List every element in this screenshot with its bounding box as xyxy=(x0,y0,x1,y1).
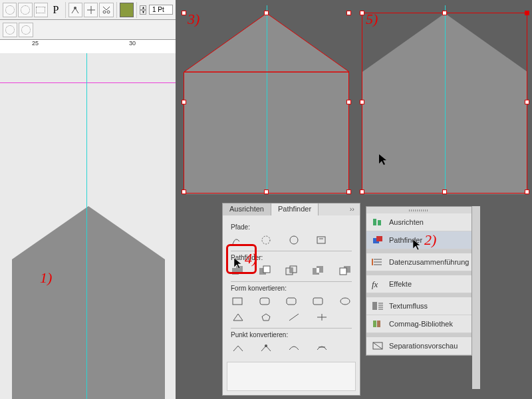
shape-line-icon[interactable] xyxy=(287,311,301,323)
selection-handle[interactable] xyxy=(525,11,529,15)
fill-color-swatch[interactable] xyxy=(120,3,134,17)
menu-item-effekte[interactable]: fx Effekte xyxy=(366,275,471,293)
tool-paragraph-icon[interactable]: P xyxy=(49,3,62,17)
text-wrap-icon xyxy=(372,301,384,311)
selection-handle[interactable] xyxy=(525,100,529,104)
spinner-icon[interactable]: ▴▾ xyxy=(140,5,146,15)
stroke-weight-value[interactable]: 1 Pt xyxy=(149,5,173,15)
library-icon xyxy=(372,319,384,329)
menu-item-datenzusammen[interactable]: Datenzusammenführung xyxy=(366,253,471,271)
svg-rect-36 xyxy=(376,236,382,241)
selection-box[interactable] xyxy=(362,13,527,194)
horizontal-ruler: 25 30 xyxy=(0,40,176,53)
divider xyxy=(231,328,352,329)
selection-box-triangle[interactable] xyxy=(181,5,352,194)
selection-handle[interactable] xyxy=(525,190,529,194)
shape-ellipse-icon[interactable] xyxy=(338,295,352,307)
path-open-icon[interactable] xyxy=(259,234,273,246)
tool-anchor-add-icon[interactable] xyxy=(84,3,98,17)
selection-handle[interactable] xyxy=(360,100,364,104)
selection-handle[interactable] xyxy=(182,190,186,194)
svg-marker-28 xyxy=(262,314,270,321)
svg-rect-14 xyxy=(263,266,270,273)
path-close-icon[interactable] xyxy=(287,234,301,246)
menu-item-separations[interactable]: Separationsvorschau xyxy=(366,337,471,355)
selection-handle[interactable] xyxy=(442,190,447,194)
tool-circle-dots-icon[interactable] xyxy=(18,3,32,17)
selection-handle[interactable] xyxy=(346,100,351,104)
panel-tab-bar: Ausrichten Pathfinder ›› xyxy=(223,203,360,215)
menu-item-ausrichten[interactable]: Ausrichten xyxy=(366,213,471,231)
menu-item-commag[interactable]: Commag-Bibliothek xyxy=(366,315,471,333)
stroke-weight-field[interactable]: ▴▾ 1 Pt xyxy=(140,5,173,15)
data-merge-icon xyxy=(372,257,384,267)
path-reverse-icon[interactable] xyxy=(315,234,329,246)
step-label-4: 4) xyxy=(245,250,257,267)
selection-handle[interactable] xyxy=(264,11,269,15)
selection-handle[interactable] xyxy=(182,100,186,104)
tool-scissors-icon[interactable] xyxy=(99,3,113,17)
shape-triangle-icon[interactable] xyxy=(231,311,245,323)
point-symmetric-icon[interactable] xyxy=(315,342,329,354)
tool-node-icon[interactable] xyxy=(68,3,82,17)
tool-open-circle-icon[interactable] xyxy=(19,23,33,37)
selection-handle[interactable] xyxy=(182,11,186,15)
magenta-guide-line xyxy=(0,82,176,83)
svg-marker-27 xyxy=(233,314,243,321)
panel-collapse-icon[interactable]: ›› xyxy=(344,203,360,215)
menu-item-textumfluss[interactable]: Textumfluss xyxy=(366,297,471,315)
house-shape-1[interactable] xyxy=(12,206,165,399)
shape-inverse-round-icon[interactable] xyxy=(311,295,325,307)
menu-item-label: Commag-Bibliothek xyxy=(389,320,453,328)
panel-grip-icon[interactable] xyxy=(366,207,471,213)
selection-handle[interactable] xyxy=(360,11,364,15)
svg-rect-22 xyxy=(340,268,346,275)
tool-round-icon[interactable] xyxy=(3,23,17,37)
cyan-guide-vertical xyxy=(86,53,87,399)
tab-ausrichten[interactable]: Ausrichten xyxy=(223,203,271,215)
menu-item-label: Ausrichten xyxy=(389,218,424,226)
shape-rect-icon[interactable] xyxy=(231,295,244,307)
shape-bevel-icon[interactable] xyxy=(285,295,298,307)
selection-handle[interactable] xyxy=(346,11,351,15)
point-plain-icon[interactable] xyxy=(231,342,245,354)
point-smooth-icon[interactable] xyxy=(287,342,301,354)
left-document-pane: P ▴▾ 1 Pt 25 30 1) xyxy=(0,0,176,399)
pathfinder-intersect-icon[interactable] xyxy=(285,265,298,277)
shape-roundrect-icon[interactable] xyxy=(257,295,271,307)
tool-ellipse-dashed-icon[interactable] xyxy=(3,3,17,17)
step-label-1: 1) xyxy=(40,269,52,287)
svg-rect-20 xyxy=(317,268,319,273)
panel-menu-list: Ausrichten Pathfinder Datenzusammenführu… xyxy=(366,206,472,356)
svg-rect-17 xyxy=(290,268,293,273)
tool-rect-dashed-icon[interactable] xyxy=(34,3,48,17)
panel-preview-well xyxy=(227,362,356,391)
dock-strip[interactable] xyxy=(472,206,480,389)
pathfinder-minus-back-icon[interactable] xyxy=(338,265,352,277)
svg-marker-7 xyxy=(379,154,386,165)
form-konv-row-1 xyxy=(231,293,352,309)
step-label-3: 3) xyxy=(188,11,200,28)
divider xyxy=(231,281,352,282)
svg-point-2 xyxy=(107,11,110,13)
pathfinder-subtract-icon[interactable] xyxy=(257,265,271,277)
svg-point-0 xyxy=(74,7,76,9)
selection-handle[interactable] xyxy=(442,11,447,15)
point-corner-icon[interactable] xyxy=(259,342,273,354)
svg-point-9 xyxy=(290,236,298,244)
shape-polygon-icon[interactable] xyxy=(259,311,273,323)
shape-orthogonal-line-icon[interactable] xyxy=(315,311,329,323)
svg-marker-41 xyxy=(413,239,420,250)
pathfinder-exclude-icon[interactable] xyxy=(311,265,325,277)
cursor-pointer-icon xyxy=(413,239,424,253)
left-canvas[interactable] xyxy=(0,53,176,399)
align-icon xyxy=(372,217,384,227)
selection-handle[interactable] xyxy=(360,190,364,194)
selection-handle[interactable] xyxy=(264,190,269,194)
selection-handle[interactable] xyxy=(346,190,351,194)
svg-rect-37 xyxy=(372,302,377,310)
svg-rect-23 xyxy=(233,298,242,305)
tab-pathfinder[interactable]: Pathfinder xyxy=(271,203,319,215)
section-punkt-konv-label: Punkt konvertieren: xyxy=(231,331,352,338)
ruler-tick: 25 xyxy=(32,40,39,47)
